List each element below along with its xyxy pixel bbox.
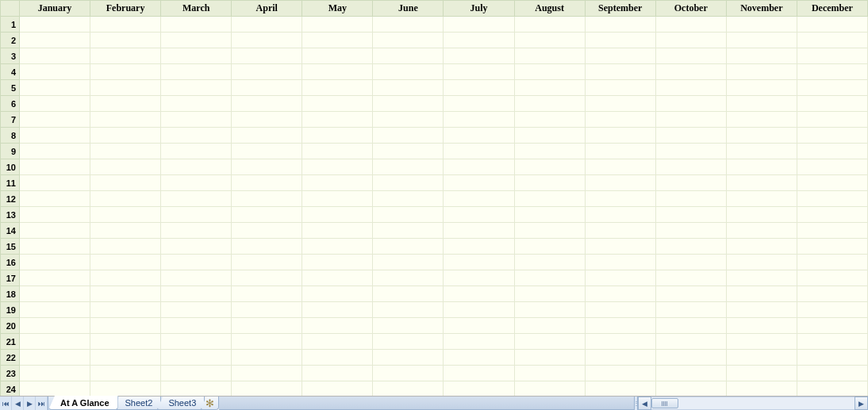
cell[interactable] — [232, 286, 302, 302]
cell[interactable] — [655, 334, 726, 350]
cell[interactable] — [797, 381, 867, 397]
cell[interactable] — [302, 366, 373, 381]
cell[interactable] — [161, 128, 232, 144]
column-header-october[interactable]: October — [655, 1, 726, 17]
cell[interactable] — [797, 191, 867, 207]
cell[interactable] — [514, 318, 585, 334]
cell[interactable] — [90, 207, 161, 223]
cell[interactable] — [232, 223, 302, 239]
cell[interactable] — [20, 270, 90, 286]
cell[interactable] — [726, 144, 797, 159]
cell[interactable] — [514, 334, 585, 350]
cell[interactable] — [20, 128, 90, 144]
cell[interactable] — [90, 159, 161, 175]
cell[interactable] — [444, 128, 514, 144]
cell[interactable] — [302, 33, 373, 48]
cell[interactable] — [302, 223, 373, 239]
row-header[interactable]: 20 — [1, 318, 20, 334]
cell[interactable] — [585, 64, 655, 80]
cell[interactable] — [797, 239, 867, 255]
cell[interactable] — [655, 128, 726, 144]
cell[interactable] — [302, 96, 373, 112]
cell[interactable] — [655, 270, 726, 286]
cell[interactable] — [302, 128, 373, 144]
cell[interactable] — [20, 334, 90, 350]
row-header[interactable]: 10 — [1, 159, 20, 175]
cell[interactable] — [302, 334, 373, 350]
cell[interactable] — [514, 270, 585, 286]
cell[interactable] — [232, 112, 302, 128]
column-header-july[interactable]: July — [444, 1, 514, 17]
cell[interactable] — [444, 239, 514, 255]
cell[interactable] — [302, 286, 373, 302]
cell[interactable] — [726, 175, 797, 191]
row-header[interactable]: 14 — [1, 223, 20, 239]
cell[interactable] — [302, 64, 373, 80]
cell[interactable] — [90, 64, 161, 80]
row-header[interactable]: 7 — [1, 112, 20, 128]
scroll-left-icon[interactable]: ◀ — [638, 397, 651, 410]
scroll-track[interactable] — [651, 397, 855, 410]
cell[interactable] — [373, 112, 444, 128]
cell[interactable] — [514, 223, 585, 239]
cell[interactable] — [373, 334, 444, 350]
cell[interactable] — [161, 318, 232, 334]
cell[interactable] — [444, 286, 514, 302]
cell[interactable] — [90, 48, 161, 64]
sheet-tab-sheet3[interactable]: Sheet3 — [156, 397, 205, 410]
cell[interactable] — [161, 96, 232, 112]
cell[interactable] — [514, 80, 585, 96]
cell[interactable] — [797, 318, 867, 334]
cell[interactable] — [232, 207, 302, 223]
cell[interactable] — [585, 80, 655, 96]
cell[interactable] — [302, 48, 373, 64]
cell[interactable] — [726, 33, 797, 48]
cell[interactable] — [726, 334, 797, 350]
column-header-december[interactable]: December — [797, 1, 867, 17]
cell[interactable] — [797, 96, 867, 112]
cell[interactable] — [585, 334, 655, 350]
cell[interactable] — [90, 239, 161, 255]
cell[interactable] — [20, 318, 90, 334]
cell[interactable] — [514, 159, 585, 175]
cell[interactable] — [373, 128, 444, 144]
cell[interactable] — [232, 128, 302, 144]
cell[interactable] — [232, 239, 302, 255]
row-header[interactable]: 19 — [1, 302, 20, 318]
cell[interactable] — [302, 207, 373, 223]
cell[interactable] — [797, 159, 867, 175]
column-header-november[interactable]: November — [726, 1, 797, 17]
cell[interactable] — [161, 270, 232, 286]
cell[interactable] — [797, 144, 867, 159]
cell[interactable] — [20, 207, 90, 223]
cell[interactable] — [232, 80, 302, 96]
cell[interactable] — [655, 96, 726, 112]
cell[interactable] — [90, 33, 161, 48]
cell[interactable] — [585, 223, 655, 239]
cell[interactable] — [655, 286, 726, 302]
cell[interactable] — [20, 302, 90, 318]
row-header[interactable]: 8 — [1, 128, 20, 144]
cell[interactable] — [373, 239, 444, 255]
cell[interactable] — [302, 80, 373, 96]
cell[interactable] — [797, 48, 867, 64]
row-header[interactable]: 18 — [1, 286, 20, 302]
cell[interactable] — [20, 381, 90, 397]
row-header[interactable]: 1 — [1, 17, 20, 33]
cell[interactable] — [514, 144, 585, 159]
cell[interactable] — [232, 17, 302, 33]
column-header-april[interactable]: April — [232, 1, 302, 17]
cell[interactable] — [444, 334, 514, 350]
cell[interactable] — [232, 191, 302, 207]
cell[interactable] — [90, 17, 161, 33]
row-header[interactable]: 3 — [1, 48, 20, 64]
cell[interactable] — [726, 318, 797, 334]
cell[interactable] — [585, 112, 655, 128]
cell[interactable] — [90, 381, 161, 397]
cell[interactable] — [585, 350, 655, 366]
cell[interactable] — [797, 255, 867, 270]
cell[interactable] — [373, 318, 444, 334]
cell[interactable] — [90, 175, 161, 191]
corner-cell[interactable] — [1, 1, 20, 17]
cell[interactable] — [373, 223, 444, 239]
